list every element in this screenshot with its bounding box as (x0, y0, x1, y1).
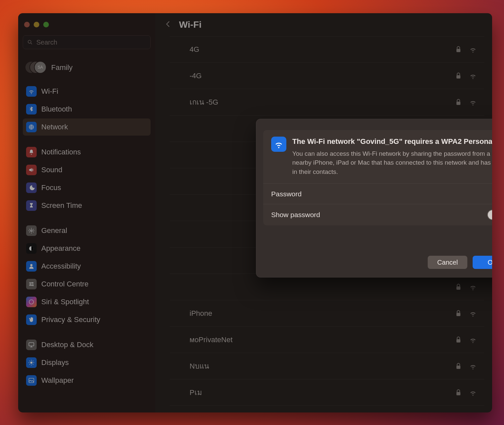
network-name: iPhone (190, 309, 448, 318)
network-name: เกเน -5G (190, 96, 448, 108)
sidebar-item-sound[interactable]: Sound (23, 161, 151, 179)
speaker-icon (26, 165, 37, 175)
sidebar-item-wallpaper[interactable]: Wallpaper (23, 372, 151, 389)
gear-icon (26, 225, 37, 236)
lock-icon (454, 72, 462, 80)
sliders-icon (26, 279, 37, 289)
password-row[interactable]: Password (263, 183, 492, 204)
network-row[interactable]: Nบแน (170, 353, 484, 379)
sidebar-item-label: Sound (41, 166, 62, 174)
desktop-icon (26, 340, 37, 350)
network-row[interactable]: Pเม (170, 379, 484, 406)
siri-icon (26, 297, 37, 307)
sidebar-item-label: Control Centre (41, 280, 89, 288)
sidebar-item-displays[interactable]: Displays (23, 354, 151, 371)
lock-icon (454, 336, 462, 344)
sidebar-item-label: Desktop & Dock (41, 341, 93, 349)
sidebar-item-screen-time[interactable]: Screen Time (23, 197, 151, 214)
search-field[interactable] (23, 35, 151, 49)
lock-icon (454, 389, 462, 397)
system-settings-window: SA Family Wi-FiBluetoothNetworkNotificat… (18, 13, 492, 412)
network-row[interactable] (170, 274, 484, 300)
window-controls (23, 20, 151, 35)
account-row[interactable]: SA Family (23, 58, 151, 83)
sidebar-item-network[interactable]: Network (23, 118, 151, 136)
main-panel: Wi-Fi 4G-4Gเกเน -5GiPhoneмoPrivateNetNบแ… (155, 13, 492, 412)
sidebar-item-label: Accessibility (41, 262, 81, 271)
wifi-signal-icon (469, 310, 477, 317)
sidebar-item-label: Privacy & Security (41, 315, 100, 324)
bell-icon (26, 147, 37, 157)
sidebar-item-desktop-dock[interactable]: Desktop & Dock (23, 336, 151, 353)
avatar-stack: SA (25, 61, 46, 74)
sidebar-item-label: Wi-Fi (41, 87, 58, 96)
ok-button[interactable]: OK (473, 256, 492, 269)
network-row[interactable]: мoPrivateNet (170, 327, 484, 353)
sidebar-item-focus[interactable]: Focus (23, 179, 151, 196)
moon-icon (26, 182, 37, 193)
hand-icon (26, 314, 37, 325)
sidebar-item-control-centre[interactable]: Control Centre (23, 276, 151, 293)
wifi-signal-icon (469, 362, 477, 370)
sidebar-item-label: Bluetooth (41, 105, 72, 114)
wifi-signal-icon (469, 98, 477, 106)
dialog-title: The Wi-Fi network "Govind_5G" requires a… (292, 137, 492, 147)
person-icon (26, 261, 37, 272)
sidebar-item-label: Focus (41, 183, 61, 192)
avatar: SA (34, 61, 47, 74)
contrast-icon (26, 243, 37, 254)
sidebar-item-label: Wallpaper (41, 376, 74, 385)
minimize-window[interactable] (34, 22, 39, 27)
sidebar-item-label: General (41, 226, 67, 235)
network-name: Pเม (190, 387, 448, 398)
network-row[interactable]: -4G (170, 63, 484, 89)
sidebar-item-siri-spotlight[interactable]: Siri & Spotlight (23, 293, 151, 311)
network-row[interactable]: 4G (170, 36, 484, 63)
wifi-signal-icon (469, 46, 477, 53)
wifi-signal-icon (469, 389, 477, 397)
sidebar-item-bluetooth[interactable]: Bluetooth (23, 101, 151, 118)
lock-icon (454, 98, 462, 106)
sidebar-item-appearance[interactable]: Appearance (23, 240, 151, 257)
sidebar-item-accessibility[interactable]: Accessibility (23, 258, 151, 275)
show-password-toggle[interactable] (487, 210, 492, 220)
show-password-row: Show password (263, 204, 492, 225)
lock-icon (454, 362, 462, 370)
back-button[interactable] (163, 19, 173, 30)
password-input[interactable] (324, 190, 492, 198)
hourglass-icon (26, 200, 37, 211)
dialog-body: You can also access this Wi-Fi network b… (292, 149, 492, 177)
bluetooth-icon (26, 104, 37, 114)
account-label: Family (51, 63, 73, 72)
network-name: мoPrivateNet (190, 336, 448, 344)
wifi-signal-icon (469, 283, 477, 291)
sidebar: SA Family Wi-FiBluetoothNetworkNotificat… (18, 13, 155, 412)
page-title: Wi-Fi (179, 19, 201, 30)
sidebar-item-label: Appearance (41, 244, 81, 253)
sidebar-item-label: Network (41, 123, 68, 131)
close-window[interactable] (24, 22, 30, 27)
sidebar-item-label: Displays (41, 358, 69, 367)
show-password-label: Show password (271, 211, 320, 219)
search-input[interactable] (36, 39, 146, 46)
globe-icon (26, 122, 37, 132)
sidebar-item-general[interactable]: General (23, 222, 151, 239)
wifi-icon (26, 86, 37, 97)
lock-icon (454, 46, 462, 53)
sidebar-item-notifications[interactable]: Notifications (23, 144, 151, 161)
brightness-icon (26, 357, 37, 368)
sidebar-item-label: Notifications (41, 148, 81, 156)
sidebar-item-label: Screen Time (41, 201, 82, 210)
wifi-signal-icon (469, 336, 477, 344)
network-name: Nบแน (190, 360, 448, 372)
main-header: Wi-Fi (155, 13, 492, 34)
network-name: -4G (190, 72, 448, 80)
network-name: 4G (190, 45, 448, 54)
cancel-button[interactable]: Cancel (428, 256, 467, 269)
network-row[interactable]: เกเน -5G (170, 89, 484, 115)
wifi-signal-icon (469, 72, 477, 80)
network-row[interactable]: iPhone (170, 300, 484, 327)
sidebar-item-wi-fi[interactable]: Wi-Fi (23, 83, 151, 100)
sidebar-item-privacy-security[interactable]: Privacy & Security (23, 311, 151, 328)
zoom-window[interactable] (43, 22, 49, 27)
